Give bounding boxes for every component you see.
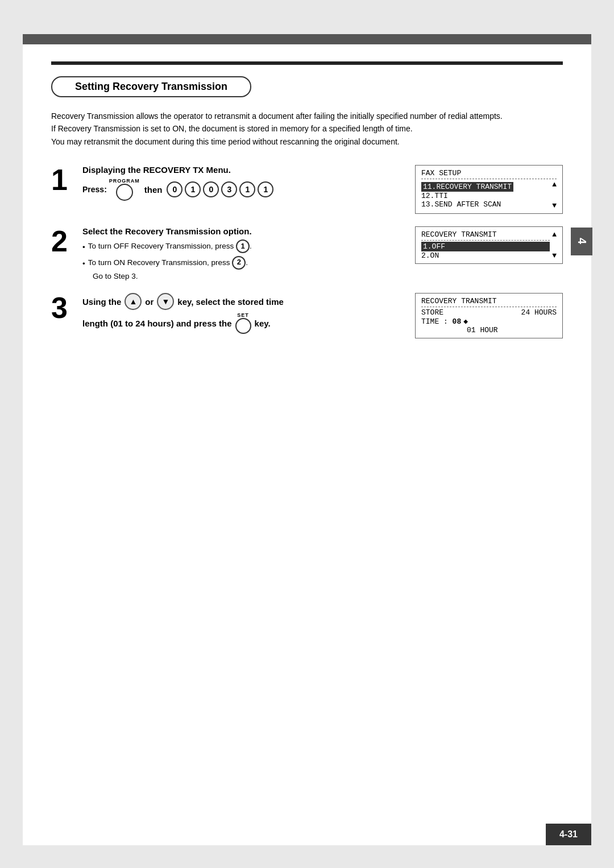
intro-line1: Recovery Transmission allows the operato… (51, 111, 503, 121)
top-bar (23, 34, 591, 44)
screen2-time: TIME : 08 (421, 317, 461, 326)
key-0b[interactable]: 0 (203, 181, 219, 197)
screen1-arrow-up: ▲ (552, 230, 557, 239)
intro-line2: If Recovery Transmission is set to ON, t… (51, 124, 413, 133)
step-1-title: Displaying the RECOVERY TX Menu. (82, 165, 404, 175)
step-2-number: 2 (51, 226, 82, 256)
bullet-1: • To turn OFF Recovery Transmission, pre… (82, 239, 404, 254)
screen1-row1: 1.OFF (421, 242, 550, 251)
bullet1-text: To turn OFF Recovery Transmission, press (88, 242, 234, 250)
title-box: Setting Recovery Transmission (51, 76, 251, 97)
screen2-24hours: 24 HOURS (521, 308, 557, 317)
goto-step3: Go to Step 3. (82, 272, 404, 280)
key-1c[interactable]: 1 (258, 181, 273, 197)
step-2-content: Select the Recovery Transmission option.… (82, 226, 404, 280)
step3-line2: length (01 to 24 hours) and press the SE… (82, 312, 404, 334)
screen-1: RECOVERY TRANSMIT 1.OFF 2.ON ▲ ▼ (415, 226, 563, 264)
step3-line2-after: key. (255, 319, 271, 328)
step-3-content: Using the ▲ or ▼ key, select the stored … (82, 293, 404, 334)
screen3-arrow-up: ▲ (552, 180, 557, 189)
screen3-title: FAX SETUP (421, 169, 557, 177)
step-2-title: Select the Recovery Transmission option. (82, 226, 404, 236)
screen-2: RECOVERY TRANSMIT STORE 24 HOURS TIME : … (415, 293, 563, 338)
then-label: then (144, 185, 163, 195)
key-1b[interactable]: 1 (239, 181, 255, 197)
screen1-arrow-down: ▼ (552, 251, 557, 260)
screen-3: FAX SETUP 11.RECOVERY TRANSMIT 12.TTI 13… (415, 165, 563, 214)
step3-before: Using the (82, 297, 121, 307)
step-3-number: 3 (51, 293, 82, 323)
step3-after: key, select the stored time (177, 297, 283, 307)
page-title: Setting Recovery Transmission (75, 81, 227, 92)
page: 4 Setting Recovery Transmission Recovery… (23, 34, 591, 845)
divider-top (51, 61, 563, 65)
up-arrow-key[interactable]: ▲ (125, 293, 142, 310)
steps-section: 1 Displaying the RECOVERY TX Menu. Press… (51, 165, 563, 338)
step3-line2-before: length (01 to 24 hours) and press the (82, 319, 232, 328)
step3-or: or (145, 297, 154, 307)
set-label: SET (237, 312, 249, 318)
page-number: 4-31 (546, 824, 591, 845)
screen2-store: STORE (421, 308, 443, 317)
step-1-content: Displaying the RECOVERY TX Menu. Press: … (82, 165, 404, 203)
intro-text: Recovery Transmission allows the operato… (51, 110, 563, 148)
step-3: 3 Using the ▲ or ▼ key, select the store… (51, 293, 563, 338)
bullet2-text: To turn ON Recovery Transmission, press (88, 258, 230, 266)
step-1: 1 Displaying the RECOVERY TX Menu. Press… (51, 165, 563, 214)
key-1a[interactable]: 1 (185, 181, 201, 197)
screen2-diamond: ◆ (463, 317, 468, 326)
screen1-title: RECOVERY TRANSMIT (421, 230, 550, 239)
press-label: Press: (82, 185, 107, 194)
key-on[interactable]: 2 (232, 256, 246, 270)
press-row: Press: PROGRAM then 0 1 0 3 1 1 (82, 178, 404, 201)
screen3-arrow-down: ▼ (552, 201, 557, 210)
bullet-2: • To turn ON Recovery Transmission, pres… (82, 256, 404, 270)
set-key[interactable] (235, 318, 251, 334)
key-3[interactable]: 3 (221, 181, 237, 197)
screen2-01hour: 01 HOUR (421, 326, 557, 334)
key-0a[interactable]: 0 (167, 181, 182, 197)
program-label: PROGRAM (109, 178, 140, 184)
down-arrow-key[interactable]: ▼ (157, 293, 174, 310)
key-off[interactable]: 1 (236, 239, 250, 253)
tab-label: 4 (575, 238, 588, 245)
screen1-row2: 2.ON (421, 251, 550, 260)
content: Setting Recovery Transmission Recovery T… (23, 44, 591, 356)
intro-line3: You may retransmit the document during t… (51, 137, 400, 146)
program-key[interactable] (116, 184, 133, 201)
step-1-number: 1 (51, 165, 82, 195)
screen3-row3: 13.SEND AFTER SCAN (421, 200, 513, 209)
step3-line1: Using the ▲ or ▼ key, select the stored … (82, 293, 404, 310)
step-2: 2 Select the Recovery Transmission optio… (51, 226, 563, 280)
screen2-title: RECOVERY TRANSMIT (421, 297, 557, 305)
screen3-row1: 11.RECOVERY TRANSMIT (421, 182, 513, 192)
screen3-row2: 12.TTI (421, 192, 513, 200)
